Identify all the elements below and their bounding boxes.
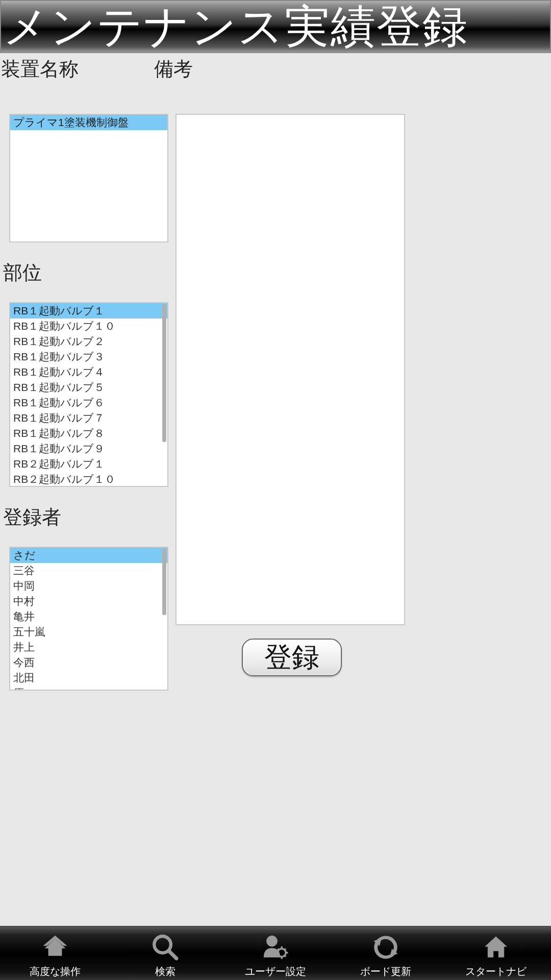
list-item[interactable]: RB１起動バルブ９ xyxy=(10,441,167,456)
list-item[interactable]: RB１起動バルブ３ xyxy=(10,349,167,364)
list-item[interactable]: RB１起動バルブ１０ xyxy=(10,318,167,334)
up-chevron-icon xyxy=(39,931,71,964)
nav-label: 検索 xyxy=(155,965,176,978)
list-item[interactable]: 原 xyxy=(10,685,167,691)
title-bar: メンテナンス実績登録 xyxy=(0,0,551,53)
notes-label: 備考 xyxy=(153,53,194,86)
list-item[interactable]: 五十嵐 xyxy=(10,624,167,640)
registrant-label: 登録者 xyxy=(2,501,176,534)
home-icon xyxy=(480,931,512,964)
list-item[interactable]: RB１起動バルブ６ xyxy=(10,395,167,410)
svg-line-1 xyxy=(169,951,177,959)
equipment-list[interactable]: プライマ1塗装機制御盤 xyxy=(9,114,168,242)
list-item[interactable]: RB１起動バルブ８ xyxy=(10,426,167,441)
nav-label: スタートナビ xyxy=(465,965,527,978)
list-item[interactable]: 中村 xyxy=(10,594,167,609)
register-button[interactable]: 登録 xyxy=(242,639,342,676)
svg-line-10 xyxy=(278,955,279,957)
nav-board-refresh[interactable]: ボード更新 xyxy=(335,931,437,978)
notes-input[interactable] xyxy=(176,114,405,625)
list-item[interactable]: RB１起動バルブ４ xyxy=(10,364,167,380)
user-gear-icon xyxy=(259,931,292,964)
list-item[interactable]: RB１起動バルブ７ xyxy=(10,410,167,426)
list-item[interactable]: RB２起動バルブ１ xyxy=(10,456,167,472)
scrollbar[interactable] xyxy=(162,304,166,442)
nav-start-navi[interactable]: スタートナビ xyxy=(445,931,547,978)
list-item[interactable]: 亀井 xyxy=(10,609,167,624)
list-item[interactable]: RB１起動バルブ１ xyxy=(10,303,167,318)
registrant-list[interactable]: さだ三谷中岡中村亀井五十嵐井上今西北田原古賀 xyxy=(9,547,168,691)
page-title: メンテナンス実績登録 xyxy=(3,0,468,57)
list-item[interactable]: RB２起動バルブ１０ xyxy=(10,472,167,487)
search-icon xyxy=(149,931,182,964)
nav-advanced-ops[interactable]: 高度な操作 xyxy=(4,931,106,978)
scrollbar[interactable] xyxy=(162,549,166,615)
list-item[interactable]: さだ xyxy=(10,548,167,563)
part-label: 部位 xyxy=(2,257,176,290)
svg-line-9 xyxy=(285,955,286,957)
list-item[interactable]: 今西 xyxy=(10,655,167,670)
equipment-label: 装置名称 xyxy=(0,53,153,86)
list-item[interactable]: RB１起動バルブ２ xyxy=(10,334,167,349)
refresh-icon xyxy=(369,931,402,964)
nav-search[interactable]: 検索 xyxy=(114,931,216,978)
svg-point-2 xyxy=(267,936,278,946)
svg-line-8 xyxy=(278,948,279,950)
part-list[interactable]: RB１起動バルブ１RB１起動バルブ１０RB１起動バルブ２RB１起動バルブ３RB１… xyxy=(9,302,168,487)
nav-label: ユーザー設定 xyxy=(245,965,306,978)
nav-label: ボード更新 xyxy=(360,965,411,978)
nav-user-settings[interactable]: ユーザー設定 xyxy=(224,931,327,978)
bottom-nav: 高度な操作 検索 ユーザー設定 ボード更新 スタートナビ xyxy=(0,926,551,980)
list-item[interactable]: 井上 xyxy=(10,640,167,655)
list-item[interactable]: 北田 xyxy=(10,670,167,685)
list-item[interactable]: プライマ1塗装機制御盤 xyxy=(10,115,167,130)
nav-label: 高度な操作 xyxy=(30,965,81,978)
svg-line-11 xyxy=(285,948,286,950)
list-item[interactable]: 中岡 xyxy=(10,578,167,594)
list-item[interactable]: 三谷 xyxy=(10,563,167,578)
list-item[interactable]: RB１起動バルブ５ xyxy=(10,380,167,395)
